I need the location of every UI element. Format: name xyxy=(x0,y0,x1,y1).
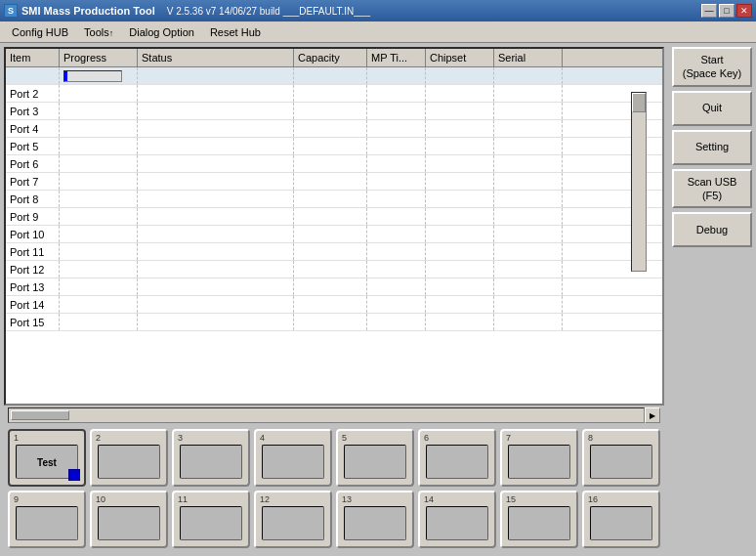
h-scroll-thumb[interactable] xyxy=(11,410,69,420)
cell-serial xyxy=(494,67,563,84)
table-row: Port 12 xyxy=(6,261,662,278)
title-bar: S SMI Mass Production Tool V 2.5.36 v7 1… xyxy=(0,0,756,21)
cell-capacity xyxy=(294,296,367,313)
cell-item: Port 15 xyxy=(6,314,60,330)
app-icon: S xyxy=(4,4,18,18)
menu-dialog-option[interactable]: Dialog Option xyxy=(121,24,202,40)
scroll-right-button[interactable]: ▶ xyxy=(645,407,660,423)
port-number-6: 6 xyxy=(424,433,429,443)
cell-mpti xyxy=(367,208,426,225)
cell-capacity xyxy=(294,138,367,154)
port-number-11: 11 xyxy=(178,494,188,504)
start-button[interactable]: Start (Space Key) xyxy=(672,47,752,87)
menu-tools[interactable]: Tools↑ xyxy=(76,24,121,40)
menu-bar: Config HUB Tools↑ Dialog Option Reset Hu… xyxy=(0,21,756,43)
cell-capacity xyxy=(294,67,367,84)
setting-button[interactable]: Setting xyxy=(672,130,752,165)
port-card-7: 7 xyxy=(500,429,578,487)
table-row: Port 3 xyxy=(6,103,662,120)
scroll-thumb[interactable] xyxy=(632,93,646,112)
col-serial: Serial xyxy=(494,49,563,66)
cell-capacity xyxy=(294,208,367,225)
cell-chipset xyxy=(426,191,494,207)
table-row: Port 7 xyxy=(6,173,662,191)
cell-serial xyxy=(494,226,563,242)
vertical-scrollbar[interactable] xyxy=(631,92,647,272)
cell-mpti xyxy=(367,67,426,84)
table-row: Port 5 xyxy=(6,138,662,155)
cell-status xyxy=(138,85,294,102)
progress-bar-fill xyxy=(64,71,67,81)
cell-serial xyxy=(494,243,563,260)
cell-progress xyxy=(60,155,138,172)
quit-button[interactable]: Quit xyxy=(672,91,752,126)
port-label-1: Test xyxy=(37,456,57,467)
cell-capacity xyxy=(294,278,367,295)
cell-chipset xyxy=(426,226,494,242)
cell-serial xyxy=(494,173,563,190)
cell-serial xyxy=(494,278,563,295)
port-card-3: 3 xyxy=(172,429,250,487)
cell-status xyxy=(138,278,294,295)
cell-serial xyxy=(494,191,563,207)
cell-status xyxy=(138,314,294,330)
minimize-button[interactable]: — xyxy=(701,4,717,18)
port-card-8: 8 xyxy=(582,429,660,487)
app-version: V 2.5.36 v7 14/06/27 build ___DEFAULT.IN… xyxy=(167,6,370,17)
cell-item: Port 9 xyxy=(6,208,60,225)
cell-status xyxy=(138,243,294,260)
cell-mpti xyxy=(367,243,426,260)
cell-serial xyxy=(494,261,563,278)
port-card-10: 10 xyxy=(90,491,168,548)
port-number-3: 3 xyxy=(178,433,183,443)
port-inner-3 xyxy=(180,445,242,479)
port-inner-2 xyxy=(98,445,160,479)
cell-chipset xyxy=(426,120,494,137)
cell-item: Port 10 xyxy=(6,226,60,242)
cell-progress xyxy=(60,314,138,330)
cell-status xyxy=(138,208,294,225)
port-card-5: 5 xyxy=(336,429,414,487)
cell-status xyxy=(138,67,294,84)
cell-status xyxy=(138,261,294,278)
cell-capacity xyxy=(294,243,367,260)
cell-capacity xyxy=(294,173,367,190)
cell-progress xyxy=(60,173,138,190)
port-number-7: 7 xyxy=(506,433,511,443)
cell-item: Port 13 xyxy=(6,278,60,295)
cell-mpti xyxy=(367,226,426,242)
port-inner-10 xyxy=(98,506,160,540)
cell-chipset xyxy=(426,85,494,102)
cell-status xyxy=(138,155,294,172)
cell-chipset xyxy=(426,296,494,313)
cell-progress xyxy=(60,138,138,154)
scan-usb-button[interactable]: Scan USB (F5) xyxy=(672,169,752,209)
menu-config-hub[interactable]: Config HUB xyxy=(4,24,76,40)
cell-chipset xyxy=(426,103,494,119)
cell-capacity xyxy=(294,103,367,119)
port-card-11: 11 xyxy=(172,491,250,548)
horizontal-scrollbar[interactable] xyxy=(8,407,645,423)
cell-mpti xyxy=(367,85,426,102)
table-row: Port 6 xyxy=(6,155,662,173)
cell-status xyxy=(138,173,294,190)
port-inner-13 xyxy=(344,506,406,540)
cell-mpti xyxy=(367,138,426,154)
cell-chipset xyxy=(426,278,494,295)
cell-progress xyxy=(60,226,138,242)
cell-capacity xyxy=(294,226,367,242)
cell-progress xyxy=(60,243,138,260)
debug-button[interactable]: Debug xyxy=(672,212,752,247)
port-inner-14 xyxy=(426,506,488,540)
cell-item: Port 5 xyxy=(6,138,60,154)
port-inner-15 xyxy=(508,506,570,540)
port-inner-6 xyxy=(426,445,488,479)
table-row: Port 11 xyxy=(6,243,662,261)
cell-item: Port 6 xyxy=(6,155,60,172)
cell-item: Port 8 xyxy=(6,191,60,207)
cell-item: Port 2 xyxy=(6,85,60,102)
menu-reset-hub[interactable]: Reset Hub xyxy=(202,24,269,40)
port-card-15: 15 xyxy=(500,491,578,548)
close-button[interactable]: ✕ xyxy=(736,4,752,18)
maximize-button[interactable]: □ xyxy=(719,4,735,18)
